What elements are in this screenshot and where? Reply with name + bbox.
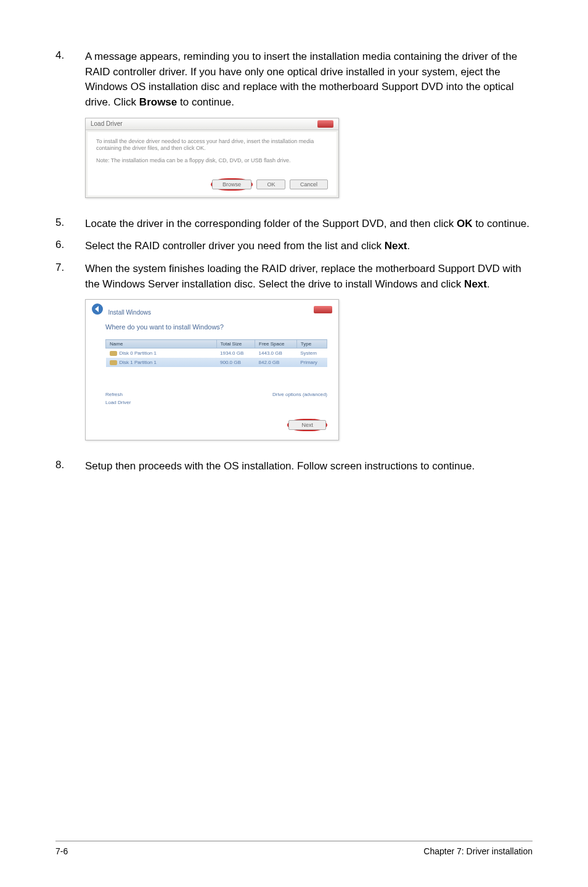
cell-total: 1934.0 GB (216, 349, 255, 358)
install-windows-dialog: Install Windows Where do you want to ins… (85, 299, 339, 440)
step-bold: Browse (139, 96, 177, 108)
step-bold: Next (385, 240, 407, 252)
step-text: A message appears, reminding you to inse… (85, 49, 533, 110)
table-row[interactable]: Disk 1 Partition 1 900.0 GB 842.0 GB Pri… (106, 358, 327, 367)
col-total[interactable]: Total Size (216, 340, 255, 349)
step-number: 8. (55, 459, 85, 474)
highlight-oval: Next (287, 419, 327, 431)
dialog-title: Install Windows (108, 309, 151, 316)
step-text-b: to continue. (472, 218, 529, 229)
step-number: 4. (55, 49, 85, 110)
dialog-text-1: To install the device driver needed to a… (96, 138, 328, 152)
step-number: 5. (55, 217, 85, 232)
chapter-title: Chapter 7: Driver installation (423, 846, 533, 856)
col-name[interactable]: Name (106, 340, 217, 349)
step-text-a: Locate the driver in the corresponding f… (85, 218, 457, 229)
dialog-title: Load Driver (91, 120, 123, 127)
next-button[interactable]: Next (288, 420, 326, 430)
step-text-b: to continue. (177, 96, 234, 108)
dialog-titlebar: Load Driver (86, 118, 338, 130)
step-text-a: When the system finishes loading the RAI… (85, 263, 521, 290)
step-text: Setup then proceeds with the OS installa… (85, 459, 475, 474)
step-text-b: . (487, 278, 490, 290)
dialog-text-2: Note: The installation media can be a fl… (96, 157, 328, 165)
disk-icon (110, 351, 117, 356)
cancel-button[interactable]: Cancel (290, 179, 328, 189)
back-icon[interactable] (92, 303, 103, 315)
partition-table: Name Total Size Free Space Type Disk 0 P… (105, 339, 327, 367)
load-driver-dialog: Load Driver To install the device driver… (85, 118, 339, 198)
step-bold: OK (457, 218, 473, 229)
load-driver-link[interactable]: Load Driver (105, 400, 131, 405)
step-text: Locate the driver in the corresponding f… (85, 217, 529, 232)
refresh-link[interactable]: Refresh (105, 392, 131, 397)
col-type[interactable]: Type (296, 340, 327, 349)
cell-free: 842.0 GB (255, 358, 297, 367)
cell-free: 1443.0 GB (255, 349, 297, 358)
dialog-titlebar: Install Windows (86, 300, 338, 317)
step-number: 6. (55, 239, 85, 254)
disk-icon (110, 360, 117, 365)
highlight-oval: Browse (211, 178, 253, 191)
close-icon[interactable] (317, 120, 333, 128)
browse-button[interactable]: Browse (212, 179, 251, 189)
cell-name: Disk 0 Partition 1 (120, 350, 157, 356)
step-bold: Next (464, 278, 487, 290)
advanced-link[interactable]: Drive options (advanced) (272, 392, 327, 405)
cell-name: Disk 1 Partition 1 (120, 360, 157, 365)
dialog-heading: Where do you want to install Windows? (105, 323, 327, 331)
step-text: When the system finishes loading the RAI… (85, 262, 533, 292)
step-number: 7. (55, 262, 85, 292)
col-free[interactable]: Free Space (255, 340, 297, 349)
step-text-a: Select the RAID controller driver you ne… (85, 240, 385, 252)
close-icon[interactable] (314, 306, 332, 313)
page-footer: 7-6 Chapter 7: Driver installation (55, 841, 533, 856)
page-number: 7-6 (55, 846, 68, 856)
step-text-a: Setup then proceeds with the OS installa… (85, 460, 475, 472)
table-row[interactable]: Disk 0 Partition 1 1934.0 GB 1443.0 GB S… (106, 349, 327, 358)
step-text-b: . (407, 240, 410, 252)
cell-type: Primary (296, 358, 327, 367)
step-text: Select the RAID controller driver you ne… (85, 239, 410, 254)
cell-type: System (296, 349, 327, 358)
cell-total: 900.0 GB (216, 358, 255, 367)
ok-button[interactable]: OK (256, 179, 285, 189)
